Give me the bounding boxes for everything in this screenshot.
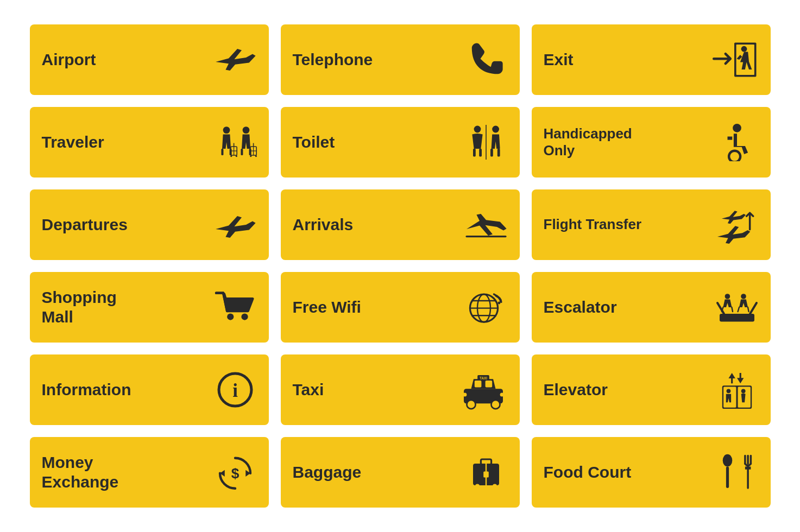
- money-exchange-icon: $: [213, 453, 257, 491]
- sign-label-traveler: Traveler: [42, 132, 208, 152]
- sign-flight-transfer: Flight Transfer: [532, 189, 771, 260]
- sign-exit: Exit: [532, 24, 771, 95]
- svg-rect-4: [221, 149, 223, 155]
- svg-rect-26: [490, 149, 493, 156]
- sign-airport: Airport: [30, 24, 269, 95]
- svg-point-12: [242, 126, 249, 134]
- svg-point-70: [493, 484, 497, 489]
- sign-label-money-exchange: MoneyExchange: [42, 453, 208, 492]
- sign-label-departures: Departures: [42, 215, 208, 235]
- elevator-icon: [715, 371, 759, 409]
- svg-rect-13: [241, 149, 243, 155]
- sign-label-telephone: Telephone: [293, 50, 459, 69]
- svg-point-25: [492, 126, 499, 133]
- svg-text:TAXI: TAXI: [480, 376, 487, 380]
- info-icon: i: [213, 371, 257, 409]
- sign-information: Information i: [30, 354, 269, 425]
- svg-rect-72: [483, 471, 489, 477]
- svg-point-73: [722, 454, 732, 467]
- sign-label-escalator: Escalator: [544, 297, 710, 317]
- sign-label-toilet: Toilet: [293, 132, 459, 152]
- svg-point-61: [741, 389, 745, 393]
- svg-line-43: [750, 303, 757, 314]
- sign-shopping-mall: ShoppingMall: [30, 272, 269, 343]
- handicapped-icon: [715, 123, 759, 161]
- traveler-icon: [213, 123, 257, 161]
- sign-label-baggage: Baggage: [293, 463, 459, 482]
- sign-elevator: Elevator: [532, 354, 771, 425]
- wifi-globe-icon: [464, 288, 508, 326]
- exit-icon: [710, 38, 759, 81]
- svg-point-55: [463, 392, 467, 396]
- svg-point-9: [230, 155, 232, 157]
- signs-grid: Airport Telephone Exit: [14, 8, 787, 524]
- shopping-cart-icon: [213, 288, 257, 326]
- svg-point-29: [729, 151, 740, 161]
- sign-label-handicapped: HandicappedOnly: [544, 125, 710, 159]
- svg-point-69: [475, 484, 480, 489]
- sign-money-exchange: MoneyExchange $: [30, 437, 269, 508]
- sign-label-arrivals: Arrivals: [293, 215, 459, 235]
- taxi-icon: TAXI: [459, 368, 508, 411]
- phone-icon: [464, 41, 508, 79]
- svg-text:$: $: [231, 465, 239, 482]
- svg-point-56: [500, 392, 503, 396]
- svg-point-19: [255, 155, 256, 157]
- svg-rect-22: [473, 149, 476, 156]
- food-court-icon: [715, 453, 759, 491]
- svg-point-54: [491, 400, 500, 409]
- svg-point-44: [725, 294, 730, 299]
- departures-icon: [213, 206, 257, 244]
- svg-point-28: [733, 124, 741, 132]
- svg-rect-79: [745, 467, 751, 470]
- svg-point-53: [467, 400, 475, 409]
- svg-rect-49: [474, 381, 481, 388]
- plane-icon: [213, 41, 257, 79]
- svg-point-31: [227, 313, 234, 320]
- sign-escalator: Escalator: [532, 272, 771, 343]
- svg-point-40: [497, 302, 500, 305]
- svg-point-32: [241, 313, 248, 320]
- svg-rect-50: [485, 381, 492, 388]
- arrivals-icon: [464, 206, 508, 244]
- svg-point-18: [250, 155, 251, 157]
- svg-point-10: [235, 155, 237, 157]
- sign-label-shopping-mall: ShoppingMall: [42, 288, 208, 327]
- sign-free-wifi: Free Wifi: [281, 272, 520, 343]
- sign-telephone: Telephone: [281, 24, 520, 95]
- svg-text:i: i: [232, 380, 238, 401]
- sign-label-taxi: Taxi: [293, 380, 453, 400]
- sign-toilet: Toilet: [281, 107, 520, 178]
- svg-point-60: [726, 389, 730, 393]
- svg-point-2: [741, 46, 747, 52]
- sign-label-information: Information: [42, 380, 208, 400]
- sign-label-airport: Airport: [42, 50, 208, 69]
- svg-rect-74: [726, 467, 728, 488]
- sign-label-food-court: Food Court: [544, 463, 710, 482]
- sign-label-exit: Exit: [544, 50, 704, 69]
- svg-rect-23: [479, 149, 482, 156]
- svg-point-3: [223, 126, 230, 134]
- sign-departures: Departures: [30, 189, 269, 260]
- sign-label-flight-transfer: Flight Transfer: [544, 216, 710, 233]
- sign-taxi: Taxi TAXI: [281, 354, 520, 425]
- sign-label-elevator: Elevator: [544, 380, 710, 400]
- svg-rect-41: [720, 314, 754, 321]
- sign-traveler: Traveler: [30, 107, 269, 178]
- svg-point-45: [741, 294, 746, 299]
- toilet-icon: [464, 123, 508, 161]
- baggage-icon: [464, 453, 508, 491]
- escalator-icon: [715, 288, 759, 326]
- sign-label-free-wifi: Free Wifi: [293, 297, 459, 317]
- sign-food-court: Food Court: [532, 437, 771, 508]
- sign-arrivals: Arrivals: [281, 189, 520, 260]
- svg-rect-27: [497, 149, 500, 156]
- flight-transfer-icon: [715, 206, 759, 244]
- sign-baggage: Baggage: [281, 437, 520, 508]
- svg-point-21: [474, 126, 481, 133]
- sign-handicapped: HandicappedOnly: [532, 107, 771, 178]
